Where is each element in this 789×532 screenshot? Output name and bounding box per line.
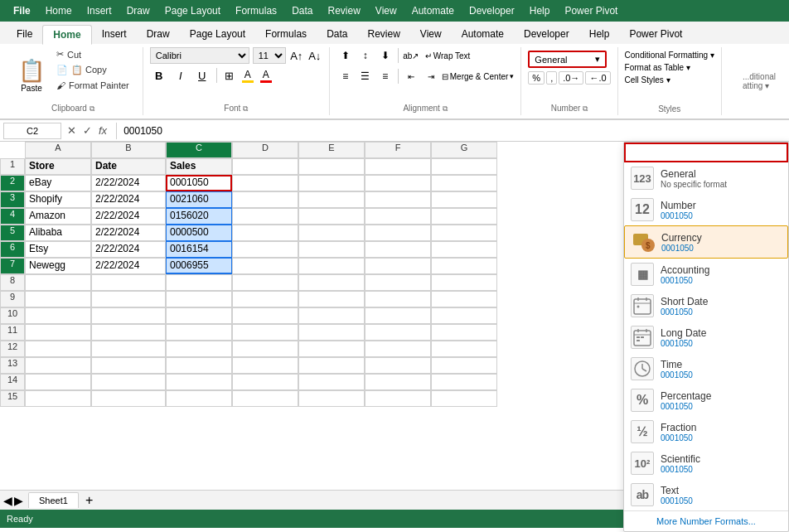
- cell-e3[interactable]: [298, 191, 365, 208]
- cell-b7[interactable]: 2/22/2024: [91, 258, 166, 274]
- number-item-time[interactable]: Time 0001050: [624, 353, 788, 384]
- tab-insert[interactable]: Insert: [92, 25, 137, 44]
- number-item-currency[interactable]: $ Currency 0001050: [624, 225, 788, 259]
- number-item-long-date[interactable]: Long Date 0001050: [624, 322, 788, 353]
- orientation-button[interactable]: ab↗: [402, 47, 420, 64]
- sheet-nav-right[interactable]: ▶: [14, 494, 23, 507]
- tab-data[interactable]: Data: [317, 25, 357, 44]
- cell-a7[interactable]: Newegg: [25, 258, 91, 274]
- row-header-12[interactable]: 12: [0, 341, 25, 357]
- row-header-6[interactable]: 6: [0, 241, 25, 258]
- number-item-percentage[interactable]: % Percentage 0001050: [624, 384, 788, 416]
- align-center-button[interactable]: ☰: [356, 68, 375, 85]
- menu-home[interactable]: Home: [39, 3, 79, 18]
- row-header-11[interactable]: 11: [0, 324, 25, 341]
- italic-button[interactable]: I: [172, 68, 190, 83]
- row-header-2[interactable]: 2: [0, 175, 25, 191]
- sheet-nav-left[interactable]: ◀: [3, 494, 12, 507]
- col-header-e[interactable]: E: [298, 142, 365, 158]
- cell-g4[interactable]: [431, 208, 497, 225]
- decrease-indent-button[interactable]: ⇤: [402, 68, 420, 85]
- cell-d3[interactable]: [232, 191, 298, 208]
- cell-f3[interactable]: [365, 191, 431, 208]
- cell-f4[interactable]: [365, 208, 431, 225]
- font-size-select[interactable]: 11: [253, 47, 286, 64]
- cell-c4[interactable]: 0156020: [166, 208, 232, 225]
- number-item-text[interactable]: ab Text 0001050: [624, 479, 788, 510]
- cell-e5[interactable]: [298, 225, 365, 241]
- cell-b8[interactable]: [91, 274, 166, 291]
- cell-f2[interactable]: [365, 175, 431, 191]
- cell-a4[interactable]: Amazon: [25, 208, 91, 225]
- borders-button[interactable]: ⊞: [222, 68, 237, 83]
- tab-review[interactable]: Review: [357, 25, 409, 44]
- tab-powerpivot[interactable]: Power Pivot: [619, 25, 692, 44]
- row-header-3[interactable]: 3: [0, 191, 25, 208]
- comma-button[interactable]: ,: [546, 71, 557, 85]
- col-header-f[interactable]: F: [365, 142, 431, 158]
- cell-c7[interactable]: 0006955: [166, 258, 232, 274]
- cell-reference-input[interactable]: [3, 123, 61, 139]
- copy-button[interactable]: 📄 📋 Copy: [53, 63, 133, 77]
- cell-e4[interactable]: [298, 208, 365, 225]
- row-header-9[interactable]: 9: [0, 291, 25, 307]
- cell-c3[interactable]: 0021060: [166, 191, 232, 208]
- cell-d2[interactable]: [232, 175, 298, 191]
- more-number-formats-button[interactable]: More Number Formats...: [624, 510, 788, 531]
- number-format-select[interactable]: General ▾: [528, 51, 607, 68]
- cell-d5[interactable]: [232, 225, 298, 241]
- row-header-10[interactable]: 10: [0, 307, 25, 324]
- cancel-formula-button[interactable]: ✕: [65, 124, 79, 137]
- tab-developer[interactable]: Developer: [514, 25, 579, 44]
- cell-d6[interactable]: [232, 241, 298, 258]
- menu-formulas[interactable]: Formulas: [229, 3, 283, 18]
- tab-pagelayout[interactable]: Page Layout: [180, 25, 255, 44]
- decrease-decimal-button[interactable]: ←.0: [585, 71, 610, 85]
- number-item-accounting[interactable]: ▦ Accounting 0001050: [624, 259, 788, 290]
- format-table-button[interactable]: Format as Table ▾: [625, 63, 714, 72]
- cell-e7[interactable]: [298, 258, 365, 274]
- menu-view[interactable]: View: [369, 3, 404, 18]
- row-header-1[interactable]: 1: [0, 158, 25, 175]
- cell-a1[interactable]: Store: [25, 158, 91, 175]
- sheet-tab-1[interactable]: Sheet1: [28, 492, 79, 508]
- number-format-search[interactable]: [624, 143, 788, 162]
- number-item-scientific[interactable]: 10² Scientific 0001050: [624, 447, 788, 479]
- cell-e1[interactable]: [298, 158, 365, 175]
- row-header-4[interactable]: 4: [0, 208, 25, 225]
- fill-color-button[interactable]: A: [240, 68, 255, 83]
- increase-decimal-button[interactable]: .0→: [559, 71, 583, 85]
- row-header-5[interactable]: 5: [0, 225, 25, 241]
- cut-button[interactable]: ✂ Cut: [53, 47, 133, 61]
- tab-home[interactable]: Home: [42, 25, 91, 45]
- cell-g6[interactable]: [431, 241, 497, 258]
- col-header-d[interactable]: D: [232, 142, 298, 158]
- cell-c2[interactable]: 0001050: [166, 175, 232, 191]
- menu-powerpivot[interactable]: Power Pivot: [558, 3, 624, 18]
- number-item-number[interactable]: 12 Number 0001050: [624, 194, 788, 225]
- menu-insert[interactable]: Insert: [80, 3, 119, 18]
- align-right-button[interactable]: ≡: [376, 68, 394, 85]
- cell-b2[interactable]: 2/22/2024: [91, 175, 166, 191]
- font-color-button[interactable]: A: [259, 68, 273, 83]
- cell-c1[interactable]: Sales: [166, 158, 232, 175]
- cell-b3[interactable]: 2/22/2024: [91, 191, 166, 208]
- cell-e6[interactable]: [298, 241, 365, 258]
- add-sheet-button[interactable]: +: [80, 493, 98, 508]
- tab-formulas[interactable]: Formulas: [255, 25, 317, 44]
- number-format-dropdown-icon[interactable]: ▾: [595, 54, 600, 65]
- align-left-button[interactable]: ≡: [336, 68, 355, 85]
- cell-a8[interactable]: [25, 274, 91, 291]
- cell-b1[interactable]: Date: [91, 158, 166, 175]
- menu-draw[interactable]: Draw: [120, 3, 157, 18]
- menu-help[interactable]: Help: [523, 3, 557, 18]
- tab-draw[interactable]: Draw: [137, 25, 180, 44]
- wrap-text-button[interactable]: ↵ Wrap Text: [422, 50, 474, 62]
- menu-developer[interactable]: Developer: [462, 3, 521, 18]
- conditional-format-button[interactable]: Conditional Formatting ▾: [625, 51, 714, 60]
- cell-a5[interactable]: Alibaba: [25, 225, 91, 241]
- number-item-short-date[interactable]: Short Date 0001050: [624, 290, 788, 322]
- cell-a3[interactable]: Shopify: [25, 191, 91, 208]
- cell-styles-button[interactable]: Cell Styles ▾: [625, 75, 714, 85]
- tab-automate[interactable]: Automate: [452, 25, 514, 44]
